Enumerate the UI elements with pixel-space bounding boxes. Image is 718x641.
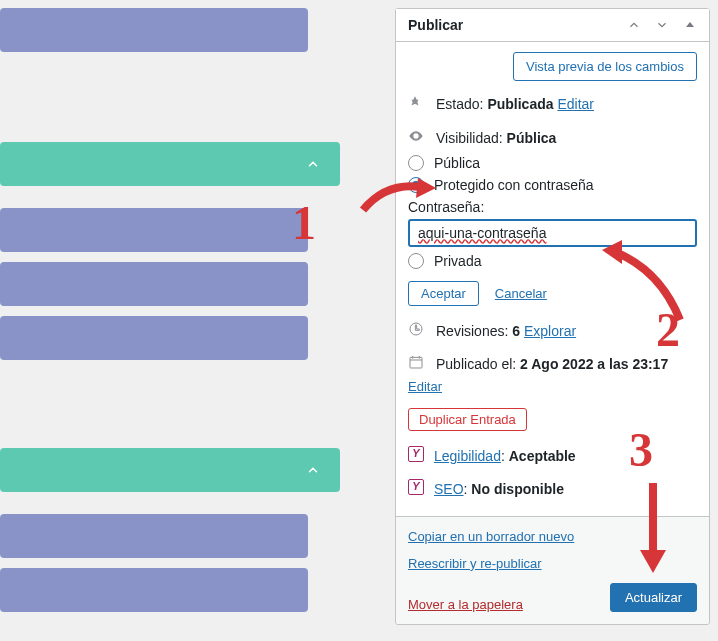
- move-up-icon[interactable]: [627, 18, 641, 32]
- chevron-up-icon: [306, 463, 320, 477]
- copy-draft-link[interactable]: Copiar en un borrador nuevo: [408, 529, 697, 544]
- visibility-public-radio[interactable]: Pública: [408, 155, 697, 171]
- accordion-header[interactable]: [0, 142, 340, 186]
- content-block[interactable]: [0, 262, 308, 306]
- publish-panel: Publicar Vista previa de los cambios Est…: [395, 8, 710, 625]
- accordion-header[interactable]: [0, 448, 340, 492]
- visibility-password-radio[interactable]: Protegido con contraseña: [408, 177, 697, 193]
- seo-link[interactable]: SEO: [434, 481, 464, 497]
- panel-header: Publicar: [396, 9, 709, 42]
- radio-icon: [408, 253, 424, 269]
- readability-row: Legibilidad: Aceptable: [434, 445, 697, 467]
- published-row: Publicado el: 2 Ago 2022 a las 23:17: [436, 353, 697, 375]
- panel-footer: Copiar en un borrador nuevo Reescribir y…: [396, 516, 709, 624]
- readability-link[interactable]: Legibilidad: [434, 448, 501, 464]
- rewrite-republish-link[interactable]: Reescribir y re-publicar: [408, 556, 697, 571]
- content-block[interactable]: [0, 316, 308, 360]
- content-block[interactable]: [0, 514, 308, 558]
- visibility-private-radio[interactable]: Privada: [408, 253, 697, 269]
- content-block[interactable]: [0, 208, 308, 252]
- duplicate-entry-button[interactable]: Duplicar Entrada: [408, 408, 527, 431]
- password-label: Contraseña:: [408, 199, 697, 215]
- content-block[interactable]: [0, 8, 308, 52]
- visibility-label: Visibilidad: Pública: [436, 127, 697, 149]
- radio-icon: [408, 155, 424, 171]
- edit-status-link[interactable]: Editar: [557, 96, 594, 112]
- eye-icon: [408, 128, 426, 151]
- password-input[interactable]: aqui-una-contraseña: [408, 219, 697, 247]
- radio-selected-icon: [408, 177, 424, 193]
- move-down-icon[interactable]: [655, 18, 669, 32]
- toggle-panel-icon[interactable]: [683, 18, 697, 32]
- cancel-link[interactable]: Cancelar: [495, 286, 547, 301]
- panel-title: Publicar: [408, 17, 463, 33]
- left-partial-column: [0, 0, 355, 641]
- calendar-icon: [408, 354, 426, 377]
- seo-row: SEO: No disponible: [434, 478, 697, 500]
- status-row: Estado: Publicada Editar: [436, 93, 697, 115]
- preview-changes-button[interactable]: Vista previa de los cambios: [513, 52, 697, 81]
- yoast-icon: Y: [408, 446, 424, 462]
- history-icon: [408, 321, 426, 344]
- chevron-up-icon: [306, 157, 320, 171]
- svg-rect-0: [410, 358, 422, 369]
- update-button[interactable]: Actualizar: [610, 583, 697, 612]
- yoast-icon: Y: [408, 479, 424, 495]
- pin-icon: [408, 94, 426, 117]
- explore-revisions-link[interactable]: Explorar: [524, 323, 576, 339]
- content-block[interactable]: [0, 568, 308, 612]
- move-trash-link[interactable]: Mover a la papelera: [408, 597, 523, 612]
- revisions-row: Revisiones: 6 Explorar: [436, 320, 697, 342]
- accept-button[interactable]: Aceptar: [408, 281, 479, 306]
- edit-date-link[interactable]: Editar: [408, 379, 442, 394]
